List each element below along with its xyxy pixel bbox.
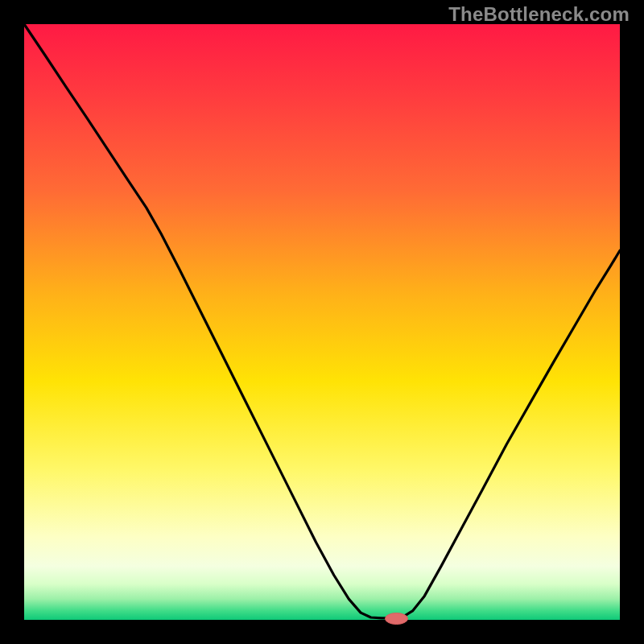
chart-frame: TheBottleneck.com [0,0,644,644]
watermark-text: TheBottleneck.com [448,3,630,26]
minimum-marker [386,613,408,625]
plot-area [24,24,620,620]
bottleneck-chart [0,0,644,644]
